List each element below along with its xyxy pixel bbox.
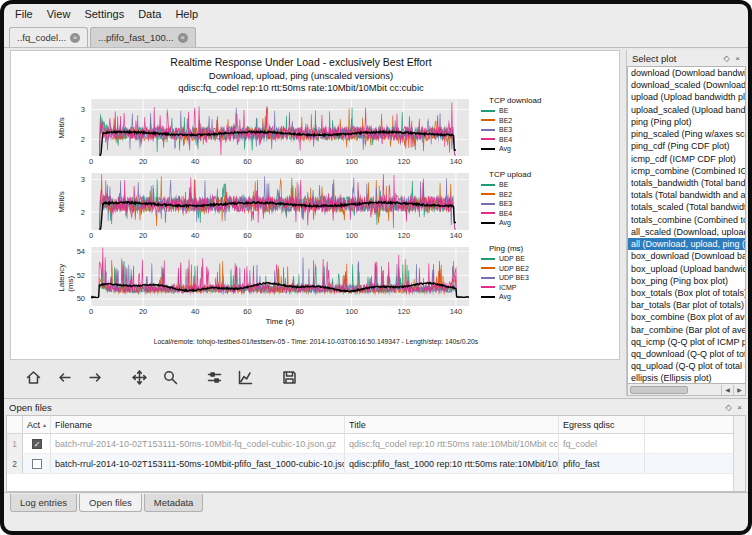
status-strip [4, 516, 748, 531]
zoom-button[interactable] [159, 366, 181, 388]
plot-item-icmp_combine[interactable]: icmp_combine (Combined ICMP ping plot) [628, 165, 745, 177]
plot-item-download_scaled[interactable]: download_scaled (Download bandwidth plot… [628, 79, 745, 91]
legend-label: Avg [499, 219, 511, 226]
save-button[interactable] [278, 366, 300, 388]
dock-close-icon[interactable]: × [732, 54, 743, 63]
act-checkbox[interactable]: ✓ [32, 439, 42, 449]
x-tick-label: 100 [340, 157, 364, 166]
row-number: 2 [7, 454, 23, 473]
column-header-title[interactable]: Title [345, 416, 559, 433]
bottom-tab-log-entries[interactable]: Log entries [10, 494, 77, 512]
x-tick-label: 100 [340, 307, 364, 316]
legend-label: BE2 [499, 191, 512, 198]
dock-float-icon[interactable]: ◇ [721, 54, 732, 63]
plot-item-box_download[interactable]: box_download (Download bandwidth box plo… [628, 250, 745, 262]
plot-item-box_upload[interactable]: box_upload (Upload bandwidth box plot) [628, 263, 745, 275]
table-row[interactable]: 2batch-rrul-2014-10-02T153111-50ms-10Mbi… [7, 454, 745, 474]
x-tick-label: 20 [131, 307, 155, 316]
plot-panel: Realtime Response Under Load - exclusive… [10, 50, 620, 396]
plot-item-upload_scaled[interactable]: upload_scaled (Upload bandwidth w/axes s… [628, 104, 745, 116]
menu-item-file[interactable]: File [8, 6, 40, 22]
open-files-dock-title: Open files [9, 402, 723, 413]
plot-item-totals_combine[interactable]: totals_combine (Combined total bandwidth… [628, 214, 745, 226]
back-button[interactable] [53, 366, 75, 388]
zoom-icon [162, 369, 179, 386]
plot-item-bar_combine[interactable]: bar_combine (Bar plot of averages of sev… [628, 324, 745, 336]
plot-item-box_totals[interactable]: box_totals (Box plot of totals) [628, 287, 745, 299]
legend-line-swatch [481, 138, 495, 140]
y-tick-label: 3 [11, 175, 85, 184]
result-tab-1[interactable]: ...pfifo_fast_100...× [90, 27, 196, 47]
result-tab-0[interactable]: ..fq_codel...× [9, 27, 88, 47]
figure: Realtime Response Under Load - exclusive… [10, 50, 620, 360]
plot-item-box_combine[interactable]: box_combine (Box plot of averages of sev… [628, 311, 745, 323]
horizontal-scrollbar-thumb[interactable] [630, 386, 688, 394]
plot-item-ping[interactable]: ping (Ping plot) [628, 116, 745, 128]
select-plot-list: download (Download bandwidth plot)downlo… [627, 66, 746, 384]
subplot-tcp-upload: Mbit/s 23 020406080100120140 TCP uploadB… [11, 173, 620, 230]
plot-item-qq_upload[interactable]: qq_upload (Q-Q plot of total upload band… [628, 360, 745, 372]
act-checkbox[interactable] [32, 459, 42, 469]
legend-label: Avg [499, 293, 511, 300]
table-row[interactable]: 1✓batch-rrul-2014-10-02T153111-50ms-10Mb… [7, 434, 745, 454]
plot-item-totals_bandwidth[interactable]: totals_bandwidth (Total bandwidth) [628, 177, 745, 189]
menu-item-data[interactable]: Data [131, 6, 168, 22]
scroll-left-button[interactable]: ◀ [721, 385, 733, 395]
plot-canvas-download[interactable] [91, 99, 469, 156]
subplot-ping: Latency (ms) 505254 020406080100120140 P… [11, 247, 620, 306]
scroll-right-button[interactable]: ▶ [733, 385, 745, 395]
menu-item-help[interactable]: Help [168, 6, 205, 22]
plot-item-qq_icmp[interactable]: qq_icmp (Q-Q plot of ICMP pings) [628, 336, 745, 348]
table-scrollbar-track[interactable] [733, 416, 745, 491]
dock-close-icon[interactable]: × [734, 403, 745, 412]
tab-close-icon[interactable]: × [178, 33, 188, 43]
tab-bar: ..fq_codel...×...pfifo_fast_100...× [4, 24, 748, 48]
tab-close-icon[interactable]: × [70, 33, 80, 43]
column-header-filename[interactable]: Filename [51, 416, 345, 433]
legend-label: BE [499, 181, 508, 188]
menu-item-settings[interactable]: Settings [77, 6, 131, 22]
legend-item: BE4 [479, 135, 619, 145]
dock-float-icon[interactable]: ◇ [723, 403, 734, 412]
plot-item-upload[interactable]: upload (Upload bandwidth plot) [628, 91, 745, 103]
plot-item-ping_cdf[interactable]: ping_cdf (Ping CDF plot) [628, 140, 745, 152]
plot-item-all_scaled[interactable]: all_scaled (Download, upload, ping (scal… [628, 226, 745, 238]
column-header-egress-qdisc[interactable]: Egress qdisc [559, 416, 645, 433]
plot-canvas-upload[interactable] [91, 173, 469, 230]
x-tick-label: 40 [183, 231, 207, 240]
pan-icon [131, 369, 148, 386]
home-button[interactable] [22, 366, 44, 388]
legend-item: BE2 [479, 116, 619, 126]
plot-item-icmp_cdf[interactable]: icmp_cdf (ICMP CDF plot) [628, 153, 745, 165]
plot-item-bar_totals[interactable]: bar_totals (Bar plot of totals) [628, 299, 745, 311]
bottom-tab-open-files[interactable]: Open files [79, 494, 142, 512]
plot-item-totals[interactable]: totals (Total bandwidth and average ping… [628, 189, 745, 201]
x-axis-ticks-ping: 020406080100120140 [91, 306, 469, 316]
pan-button[interactable] [128, 366, 150, 388]
plot-item-qq_download[interactable]: qq_download (Q-Q plot of total download … [628, 348, 745, 360]
subplots-button[interactable] [203, 366, 225, 388]
legend-line-swatch [481, 119, 495, 121]
column-header-act[interactable]: Act▴ [23, 416, 51, 433]
horizontal-scrollbar[interactable]: ◀ ▶ [627, 384, 746, 396]
customize-button[interactable] [234, 366, 256, 388]
plot-item-ellipsis[interactable]: ellipsis (Ellipsis plot) [628, 372, 745, 384]
plot-item-ping_scaled[interactable]: ping_scaled (Ping w/axes scaled to remov… [628, 128, 745, 140]
menu-item-view[interactable]: View [40, 6, 78, 22]
customize-icon [237, 369, 254, 386]
plot-title-line2: Download, upload, ping (unscaled version… [31, 70, 571, 81]
plot-item-totals_scaled[interactable]: totals_scaled (Total bandwidth and avera… [628, 201, 745, 213]
act-cell [23, 454, 51, 473]
plot-item-box_ping[interactable]: box_ping (Ping box plot) [628, 275, 745, 287]
plot-item-all[interactable]: all (Download, upload, ping (unscaled ve… [628, 238, 745, 250]
legend-download: TCP downloadBEBE2BE3BE4Avg [479, 96, 619, 154]
bottom-tab-metadata[interactable]: Metadata [144, 494, 204, 512]
x-tick-label: 100 [340, 231, 364, 240]
plot-canvas-ping[interactable] [91, 247, 469, 306]
legend-label: Avg [499, 145, 511, 152]
back-icon [56, 369, 73, 386]
legend-item: UDP BE3 [479, 273, 619, 283]
forward-button[interactable] [84, 366, 106, 388]
legend-ping: Ping (ms)UDP BEUDP BE2UDP BE3ICMPAvg [479, 244, 619, 302]
plot-item-download[interactable]: download (Download bandwidth plot) [628, 67, 745, 79]
